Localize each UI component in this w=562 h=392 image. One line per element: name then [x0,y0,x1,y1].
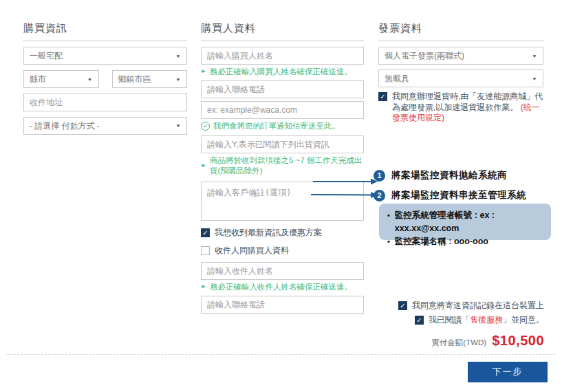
shipping-method-select[interactable]: 一般宅配 ▼ [23,47,187,65]
arrow-marker-icon: ► [201,162,206,170]
newsletter-checkbox-row: ✓ 我想收到最新資訊及優惠方案 [201,227,364,239]
newsletter-label: 我想收到最新資訊及優惠方案 [215,227,322,239]
newsletter-checkbox[interactable]: ✓ [201,228,210,237]
callout-arrows [306,175,382,202]
chevron-down-icon: ▼ [532,76,537,80]
carrier-select[interactable]: 無載具 ▼ [378,69,543,87]
invoice-type-value: 個人電子發票(兩聯式) [385,50,464,62]
chevron-down-icon: ▼ [175,123,181,128]
purchase-info-section: 購買資訊 一般宅配 ▼ 縣市 ▼ 鄉鎮市區 ▼ - 請選擇 付款方式 - ▼ [23,22,187,135]
total-amount-value: $10,500 [492,333,544,349]
check-circle-icon: ✓ [201,122,210,131]
number-2-badge: 2 [374,190,385,202]
arrow-marker-icon: ► [201,283,206,291]
bottom-divider [7,354,555,355]
purchase-info-title: 購買資訊 [23,22,187,41]
address-input[interactable] [23,94,187,111]
shipping-lead-time-note: ► 商品將於收到款項後之5 ~7 個工作天完成出貨(預購品除外) [201,155,364,176]
invoice-type-select[interactable]: 個人電子發票(兩聯式) ▼ [378,47,543,65]
same-as-buyer-checkbox[interactable] [201,246,210,255]
county-value: 縣市 [30,74,46,85]
carrier-value: 無載具 [385,73,409,85]
bullet-icon: • [387,235,390,248]
monitoring-info-box: • 監控系統管理者帳號 : ex : xxx.xx@xx.com • 監控案場名… [379,204,551,240]
next-step-button[interactable]: 下一步 [468,362,548,382]
buyer-name-input[interactable] [201,47,364,65]
recipient-name-note: ► 務必正確輸入收件人姓名確保正確送達。 [201,283,364,291]
read-confirm-input[interactable] [201,135,364,153]
total-amount-label: 實付金額(TWD) [431,338,486,348]
payment-method-select[interactable]: - 請選擇 付款方式 - ▼ [23,117,187,135]
chevron-down-icon: ▼ [532,53,537,58]
shipping-method-value: 一般宅配 [30,50,63,62]
recipient-phone-input[interactable] [201,296,364,314]
bullet-icon: • [387,209,390,235]
recipient-name-input[interactable] [201,262,364,280]
chevron-down-icon: ▼ [175,76,181,81]
after-service-checkbox-row: ✓ 我已閱讀「售後服務」並同意。 [415,314,544,326]
monitoring-site-line: • 監控案場名稱 : ooo-ooo [387,235,544,248]
device-record-checkbox-row: ✓ 我同意將寄送資訊記錄在這台裝置上 [398,300,544,312]
email-note: ✓ 我們會將您的訂單通知信寄送至此。 [201,122,364,131]
callout-1: 1 將案場監控資料拋給系統商 [374,169,507,182]
return-agree-row: ✓ 我同意辦理退貨時,由「友達能源商城」代為處理發票,以加速退貨退款作業。 (統… [378,91,543,124]
device-record-checkbox[interactable]: ✓ [398,301,407,310]
monitoring-account-line: • 監控系統管理者帳號 : ex : xxx.xx@xx.com [387,209,544,235]
device-record-label: 我同意將寄送資訊記錄在這台裝置上 [412,300,544,312]
buyer-info-section: 購買人資料 ► 務必正確輸入購買人姓名確保正確送達。 ✓ 我們會將您的訂單通知信… [201,22,364,314]
after-service-checkbox[interactable]: ✓ [415,316,424,325]
invoice-info-title: 發票資料 [378,22,543,41]
checkout-page: 購買資訊 一般宅配 ▼ 縣市 ▼ 鄉鎮市區 ▼ - 請選擇 付款方式 - ▼ 購… [0,0,562,392]
number-1-badge: 1 [374,170,385,182]
after-service-link[interactable]: 售後服務 [470,315,503,325]
same-as-buyer-checkbox-row: 收件人同購買人資料 [201,245,364,257]
buyer-email-input[interactable] [201,101,364,119]
buyer-info-title: 購買人資料 [201,22,364,41]
callout-2: 2 將案場監控資料串接至管理系統 [374,189,526,202]
chevron-down-icon: ▼ [175,53,181,58]
payment-method-value: - 請選擇 付款方式 - [30,120,100,132]
district-select[interactable]: 鄉鎮市區 ▼ [112,70,188,88]
return-agree-checkbox[interactable]: ✓ [378,92,387,101]
callout-1-text: 將案場監控資料拋給系統商 [391,169,507,182]
county-select[interactable]: 縣市 ▼ [23,70,99,88]
invoice-info-section: 發票資料 個人電子發票(兩聯式) ▼ 無載具 ▼ ✓ 我同意辦理退貨時,由「友達… [378,22,543,124]
total-amount-row: 實付金額(TWD) $10,500 [431,333,544,349]
arrow-marker-icon: ► [201,67,206,76]
same-as-buyer-label: 收件人同購買人資料 [215,245,289,257]
return-agree-text: 我同意辦理退貨時,由「友達能源商城」代為處理發票,以加速退貨退款作業。 (統一發… [392,91,543,124]
callout-2-text: 將案場監控資料串接至管理系統 [391,189,526,202]
buyer-name-note: ► 務必正確輸入購買人姓名確保正確送達。 [201,67,364,76]
after-service-label: 我已閱讀「售後服務」並同意。 [429,314,544,326]
buyer-phone-input[interactable] [201,80,364,98]
chevron-down-icon: ▼ [87,76,93,81]
region-row: 縣市 ▼ 鄉鎮市區 ▼ [23,70,187,88]
district-value: 鄉鎮市區 [118,74,151,85]
